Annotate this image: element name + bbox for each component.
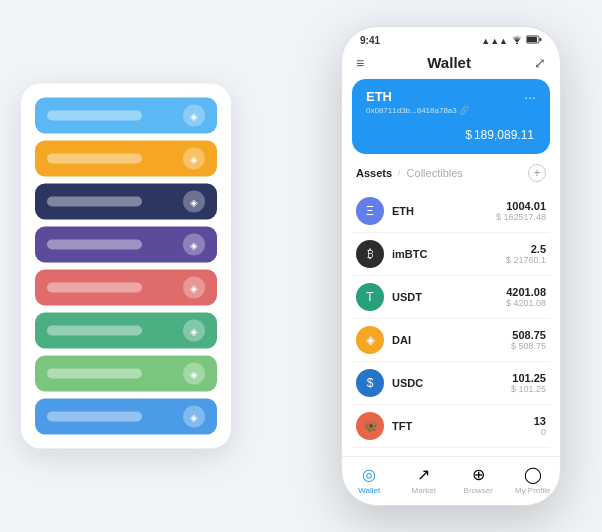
asset-secondary-eth: $ 162517.48 xyxy=(496,212,546,222)
status-bar: 9:41 ▲▲▲ xyxy=(342,27,560,50)
eth-card-menu[interactable]: ··· xyxy=(524,89,536,105)
status-time: 9:41 xyxy=(360,35,380,46)
phone-header: ≡ Wallet ⤢ xyxy=(342,50,560,79)
stack-card-bar xyxy=(47,412,142,422)
stack-card-bar xyxy=(47,326,142,336)
stack-card-7[interactable]: ◈ xyxy=(35,399,217,435)
asset-primary-usdc: 101.25 xyxy=(511,372,546,384)
header-title: Wallet xyxy=(427,54,471,71)
expand-icon[interactable]: ⤢ xyxy=(534,55,546,71)
stack-card-6[interactable]: ◈ xyxy=(35,356,217,392)
stack-card-bar xyxy=(47,197,142,207)
asset-icon-imbtc: ₿ xyxy=(356,240,384,268)
eth-card-address: 0x08711d3b...8418a78a3 🔗 xyxy=(366,106,536,115)
nav-item-market[interactable]: ↗ Market xyxy=(404,465,444,495)
asset-item-tft[interactable]: 🦋 TFT 13 0 xyxy=(352,405,550,448)
asset-icon-dai: ◈ xyxy=(356,326,384,354)
asset-icon-usdt: T xyxy=(356,283,384,311)
stack-card-bar xyxy=(47,369,142,379)
asset-item-imbtc[interactable]: ₿ imBTC 2.5 $ 21760.1 xyxy=(352,233,550,276)
svg-point-0 xyxy=(516,43,518,45)
stack-card-bar xyxy=(47,154,142,164)
stack-card-icon: ◈ xyxy=(183,234,205,256)
asset-secondary-usdt: $ 4201.08 xyxy=(506,298,546,308)
asset-icon-tft: 🦋 xyxy=(356,412,384,440)
asset-primary-imbtc: 2.5 xyxy=(506,243,546,255)
asset-icon-usdc: $ xyxy=(356,369,384,397)
phone-mockup: 9:41 ▲▲▲ ≡ Wallet ⤢ ··· ETH 0x08711d3b..… xyxy=(341,26,561,506)
asset-amounts-usdc: 101.25 $ 101.25 xyxy=(511,372,546,394)
stack-card-bar xyxy=(47,240,142,250)
stack-card-0[interactable]: ◈ xyxy=(35,98,217,134)
nav-label-my profile: My Profile xyxy=(515,486,551,495)
tab-divider: / xyxy=(398,168,401,178)
asset-secondary-imbtc: $ 21760.1 xyxy=(506,255,546,265)
status-icons: ▲▲▲ xyxy=(481,35,542,46)
stack-card-5[interactable]: ◈ xyxy=(35,313,217,349)
stack-card-icon: ◈ xyxy=(183,363,205,385)
asset-name-imbtc: imBTC xyxy=(392,248,506,260)
nav-icon-wallet: ◎ xyxy=(362,465,376,484)
card-stack: ◈ ◈ ◈ ◈ ◈ ◈ ◈ ◈ xyxy=(21,84,231,449)
asset-primary-eth: 1004.01 xyxy=(496,200,546,212)
asset-item-usdt[interactable]: T USDT 4201.08 $ 4201.08 xyxy=(352,276,550,319)
assets-tab-active[interactable]: Assets xyxy=(356,167,392,179)
asset-amounts-imbtc: 2.5 $ 21760.1 xyxy=(506,243,546,265)
asset-item-usdc[interactable]: $ USDC 101.25 $ 101.25 xyxy=(352,362,550,405)
stack-card-bar xyxy=(47,283,142,293)
nav-label-browser: Browser xyxy=(464,486,493,495)
asset-item-eth[interactable]: Ξ ETH 1004.01 $ 162517.48 xyxy=(352,190,550,233)
assets-tabs: Assets / Collectibles xyxy=(356,167,463,179)
asset-secondary-usdc: $ 101.25 xyxy=(511,384,546,394)
asset-amounts-eth: 1004.01 $ 162517.48 xyxy=(496,200,546,222)
asset-amounts-usdt: 4201.08 $ 4201.08 xyxy=(506,286,546,308)
asset-name-usdt: USDT xyxy=(392,291,506,303)
asset-primary-usdt: 4201.08 xyxy=(506,286,546,298)
asset-icon-eth: Ξ xyxy=(356,197,384,225)
nav-icon-my profile: ◯ xyxy=(524,465,542,484)
asset-name-tft: TFT xyxy=(392,420,534,432)
menu-icon[interactable]: ≡ xyxy=(356,55,364,71)
asset-primary-tft: 13 xyxy=(534,415,546,427)
asset-amounts-dai: 508.75 $ 508.75 xyxy=(511,329,546,351)
nav-label-wallet: Wallet xyxy=(358,486,380,495)
eth-card-title: ETH xyxy=(366,89,536,104)
stack-card-icon: ◈ xyxy=(183,191,205,213)
stack-card-bar xyxy=(47,111,142,121)
asset-list: Ξ ETH 1004.01 $ 162517.48 ₿ imBTC 2.5 $ … xyxy=(342,190,560,456)
scene: ◈ ◈ ◈ ◈ ◈ ◈ ◈ ◈ 9:41 ▲▲▲ xyxy=(21,16,581,516)
add-asset-button[interactable]: + xyxy=(528,164,546,182)
nav-item-wallet[interactable]: ◎ Wallet xyxy=(349,465,389,495)
nav-item-browser[interactable]: ⊕ Browser xyxy=(458,465,498,495)
stack-card-icon: ◈ xyxy=(183,277,205,299)
nav-item-my-profile[interactable]: ◯ My Profile xyxy=(513,465,553,495)
asset-name-eth: ETH xyxy=(392,205,496,217)
currency-symbol: $ xyxy=(465,128,472,142)
stack-card-icon: ◈ xyxy=(183,105,205,127)
stack-card-4[interactable]: ◈ xyxy=(35,270,217,306)
asset-secondary-dai: $ 508.75 xyxy=(511,341,546,351)
svg-rect-2 xyxy=(527,37,537,42)
stack-card-icon: ◈ xyxy=(183,406,205,428)
asset-primary-dai: 508.75 xyxy=(511,329,546,341)
nav-icon-browser: ⊕ xyxy=(472,465,485,484)
asset-item-dai[interactable]: ◈ DAI 508.75 $ 508.75 xyxy=(352,319,550,362)
assets-tab-collectibles[interactable]: Collectibles xyxy=(407,167,463,179)
bottom-nav: ◎ Wallet ↗ Market ⊕ Browser ◯ My Profile xyxy=(342,456,560,505)
eth-card-balance: $189,089.11 xyxy=(366,121,536,144)
stack-card-icon: ◈ xyxy=(183,320,205,342)
signal-icon: ▲▲▲ xyxy=(481,36,508,46)
asset-secondary-tft: 0 xyxy=(534,427,546,437)
svg-rect-3 xyxy=(540,38,542,41)
stack-card-2[interactable]: ◈ xyxy=(35,184,217,220)
nav-label-market: Market xyxy=(412,486,436,495)
stack-card-3[interactable]: ◈ xyxy=(35,227,217,263)
assets-header: Assets / Collectibles + xyxy=(342,164,560,190)
battery-icon xyxy=(526,35,542,46)
asset-name-usdc: USDC xyxy=(392,377,511,389)
stack-card-1[interactable]: ◈ xyxy=(35,141,217,177)
nav-icon-market: ↗ xyxy=(417,465,430,484)
asset-name-dai: DAI xyxy=(392,334,511,346)
asset-amounts-tft: 13 0 xyxy=(534,415,546,437)
eth-card[interactable]: ··· ETH 0x08711d3b...8418a78a3 🔗 $189,08… xyxy=(352,79,550,154)
